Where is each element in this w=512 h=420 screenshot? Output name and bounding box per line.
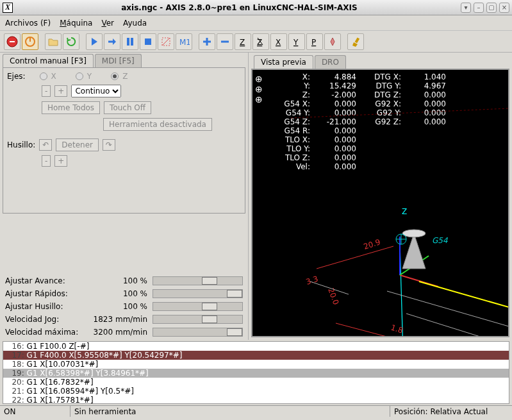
rapid-override-slider[interactable] (153, 289, 243, 298)
play-button[interactable] (86, 33, 103, 50)
statusbar: ON Sin herramienta Posición: Relativa Ac… (0, 405, 512, 417)
window-ontop-button[interactable]: ▾ (461, 3, 471, 13)
svg-rect-19 (355, 37, 359, 43)
gcode-line[interactable]: 16: G1 F100.0 Z[-#] (3, 342, 509, 351)
spindle-faster-button[interactable]: + (54, 155, 67, 167)
rapid-override-value: 100 % (88, 289, 153, 298)
svg-text:20.9: 20.9 (363, 237, 382, 251)
gcode-line[interactable]: 19: G1 X[6.58398*#] Y[3.84961*#] (3, 369, 509, 378)
view-y-button[interactable]: Y (288, 33, 305, 50)
manual-panel: Ejes: X Y Z - + Continuo Home Todos Touc… (3, 67, 245, 214)
view-p-button[interactable]: P (306, 33, 323, 50)
svg-text:X: X (276, 38, 281, 47)
max-velocity-slider[interactable] (153, 328, 243, 337)
svg-rect-6 (145, 38, 151, 45)
zoom-out-button[interactable] (217, 33, 233, 50)
gcode-line[interactable]: 22: G1 X[1.75781*#] (3, 396, 509, 404)
axis-z-radio[interactable] (111, 72, 119, 80)
jog-speed-slider[interactable] (153, 315, 243, 324)
spindle-ccw-button[interactable]: ↶ (39, 139, 52, 151)
status-position: Posición: Relativa Actual (390, 406, 512, 417)
step-button[interactable] (104, 33, 120, 50)
window-close-button[interactable]: × (499, 3, 509, 13)
svg-rect-1 (10, 41, 15, 42)
tab-dro[interactable]: DRO (315, 55, 346, 69)
window-minimize-button[interactable]: – (474, 3, 484, 13)
svg-rect-4 (127, 38, 129, 46)
svg-text:Z: Z (240, 38, 245, 47)
feed-override-value: 100 % (88, 276, 153, 285)
window-maximize-button[interactable]: ▢ (486, 3, 497, 13)
menu-view[interactable]: Ver (101, 19, 114, 28)
axis-y-radio[interactable] (76, 72, 83, 80)
gcode-line[interactable]: 20: G1 X[16.7832*#] (3, 378, 509, 387)
spindle-override-slider[interactable] (153, 302, 243, 311)
jog-speed-value: 1823 mm/min (88, 315, 153, 324)
spindle-cw-button[interactable]: ↷ (103, 139, 115, 151)
menu-help[interactable]: Ayuda (123, 19, 147, 28)
spindle-label: Husillo: (7, 140, 35, 149)
feed-override-label: Ajustar Avance: (5, 276, 88, 285)
zoom-in-button[interactable] (199, 33, 215, 50)
gcode-line[interactable]: 18: G1 X[10.07031*#] (3, 360, 509, 369)
home-all-button[interactable]: Home Todos (42, 101, 100, 114)
pause-button[interactable] (122, 33, 138, 50)
svg-text:Z: Z (257, 38, 262, 47)
view-z-button[interactable]: Z (235, 33, 251, 50)
svg-text:M1: M1 (179, 38, 190, 47)
jog-minus-button[interactable]: - (42, 85, 51, 97)
axis-x-radio[interactable] (40, 72, 47, 80)
estop-button[interactable] (4, 33, 21, 50)
spindle-slower-button[interactable]: - (42, 155, 51, 167)
app-icon: X (3, 3, 13, 13)
svg-text:3.3: 3.3 (305, 274, 319, 287)
gcode-line[interactable]: 17: G1 F400.0 X[5.95508*#] Y[20.54297*#] (3, 351, 509, 360)
svg-line-8 (162, 38, 170, 46)
gcode-line[interactable]: 21: G1 X[16.08594*#] Y[0.5*#] (3, 387, 509, 396)
status-tool: Sin herramienta (70, 406, 390, 417)
menubar: Archivos (F) Máquina Ver Ayuda (0, 15, 512, 31)
svg-rect-5 (131, 38, 133, 46)
svg-text:P: P (311, 38, 316, 47)
gcode-listing[interactable]: 16: G1 F100.0 Z[-#] 17: G1 F400.0 X[5.95… (3, 341, 509, 404)
jog-mode-select[interactable]: Continuo (71, 85, 121, 97)
preview-viewport[interactable]: ⊕⊕⊕ X:4.884DTG X:1.040Y:15.429DTG Y:4.96… (251, 69, 509, 337)
view-x-button[interactable]: X (270, 33, 287, 50)
menu-machine[interactable]: Máquina (60, 19, 92, 28)
tab-mdi[interactable]: MDI [F5] (95, 54, 142, 67)
feed-override-slider[interactable] (153, 276, 243, 285)
stop-button[interactable] (140, 33, 156, 50)
window-title: axis.ngc - AXIS 2.8.0~pre1 en LinuxCNC-H… (18, 3, 461, 12)
svg-text:G54: G54 (432, 236, 448, 245)
tool-touch-off-button[interactable]: Herramienta desactivada (103, 118, 212, 131)
spindle-stop-button[interactable]: Detener (56, 139, 99, 151)
window-titlebar: X axis.ngc - AXIS 2.8.0~pre1 en LinuxCNC… (0, 0, 512, 15)
power-button[interactable] (22, 33, 38, 50)
open-button[interactable] (45, 33, 62, 50)
clear-plot-button[interactable] (347, 33, 364, 50)
jog-plus-button[interactable]: + (54, 85, 67, 97)
svg-text:20.0: 20.0 (326, 287, 340, 306)
view-z2-button[interactable]: Z (252, 33, 269, 50)
optional-stop-button[interactable]: M1 (176, 33, 192, 50)
svg-line-20 (291, 108, 509, 118)
view-rotate-button[interactable] (324, 33, 341, 50)
max-velocity-value: 3200 mm/min (88, 328, 153, 337)
reload-button[interactable] (63, 33, 79, 50)
touch-off-button[interactable]: Touch Off (104, 101, 151, 114)
toolbar: M1 Z Z X Y P (0, 31, 512, 53)
status-on: ON (0, 406, 70, 417)
rapid-override-label: Ajustar Rápidos: (5, 289, 88, 298)
skip-button[interactable] (158, 33, 174, 50)
menu-file[interactable]: Archivos (F) (5, 19, 51, 28)
svg-line-35 (317, 246, 393, 269)
axes-label: Ejes: (7, 72, 26, 81)
tab-preview[interactable]: Vista previa (254, 55, 313, 69)
spindle-override-label: Ajustar Husillo: (5, 302, 88, 311)
max-velocity-label: Velocidad máxima: (5, 328, 88, 337)
spindle-override-value: 100 % (88, 302, 153, 311)
jog-speed-label: Velocidad Jog: (5, 315, 88, 324)
svg-text:Z: Z (402, 207, 407, 216)
svg-text:Y: Y (293, 38, 299, 47)
tab-manual[interactable]: Control manual [F3] (3, 54, 94, 67)
